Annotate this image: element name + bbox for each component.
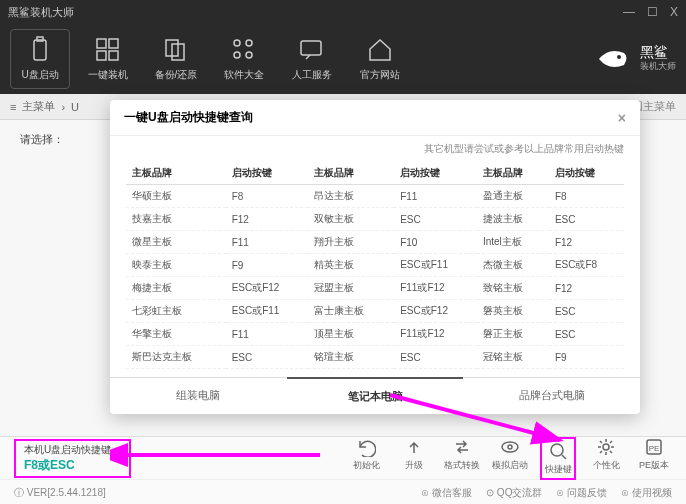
grid-icon bbox=[230, 36, 258, 64]
modal-close-button[interactable]: × bbox=[618, 110, 626, 126]
footer-tool-label: 升级 bbox=[405, 459, 423, 472]
up-icon bbox=[404, 437, 424, 457]
chat-icon bbox=[298, 36, 326, 64]
toolbar-windows[interactable]: 一键装机 bbox=[78, 29, 138, 89]
table-row: 七彩虹主板ESC或F11富士康主板ESC或F12磐英主板ESC bbox=[126, 300, 624, 323]
toolbar-chat[interactable]: 人工服务 bbox=[282, 29, 342, 89]
maximize-button[interactable]: ☐ bbox=[647, 5, 658, 19]
table-cell: F8 bbox=[226, 185, 309, 208]
table-cell: F11 bbox=[394, 185, 477, 208]
svg-point-15 bbox=[508, 445, 512, 449]
table-cell: F11或F12 bbox=[394, 323, 477, 346]
modal-title: 一键U盘启动快捷键查询 bbox=[124, 109, 253, 126]
table-cell: 技嘉主板 bbox=[126, 208, 226, 231]
toolbar-label: 官方网站 bbox=[360, 68, 400, 82]
table-header: 主板品牌 bbox=[477, 162, 549, 185]
table-cell: ESC或F11 bbox=[226, 300, 309, 323]
footer-tool-swap[interactable]: 格式转换 bbox=[444, 437, 480, 480]
footer-link[interactable]: ⊙ QQ交流群 bbox=[486, 486, 542, 500]
svg-rect-2 bbox=[97, 39, 106, 48]
hotkey-modal: 一键U盘启动快捷键查询 × 其它机型请尝试或参考以上品牌常用启动热键 主板品牌启… bbox=[110, 100, 640, 414]
toolbar-label: 备份/还原 bbox=[155, 68, 198, 82]
footer-tool-refresh[interactable]: 初始化 bbox=[348, 437, 384, 480]
svg-point-8 bbox=[234, 40, 240, 46]
table-cell: 华硕主板 bbox=[126, 185, 226, 208]
svg-rect-4 bbox=[97, 51, 106, 60]
svg-point-9 bbox=[246, 40, 252, 46]
toolbar-grid[interactable]: 软件大全 bbox=[214, 29, 274, 89]
close-button[interactable]: X bbox=[670, 5, 678, 19]
footer-link[interactable]: ⊙ 使用视频 bbox=[621, 486, 672, 500]
table-row: 华硕主板F8昂达主板F11盈通主板F8 bbox=[126, 185, 624, 208]
svg-point-13 bbox=[617, 55, 621, 59]
local-hotkey-box: 本机U盘启动快捷键： F8或ESC bbox=[14, 439, 131, 478]
windows-icon bbox=[94, 36, 122, 64]
table-cell: F12 bbox=[226, 208, 309, 231]
table-header: 启动按键 bbox=[549, 162, 624, 185]
table-cell: 双敏主板 bbox=[308, 208, 394, 231]
table-cell: F10 bbox=[394, 231, 477, 254]
modal-tab[interactable]: 笔记本电脑 bbox=[287, 377, 464, 414]
toolbar-label: 软件大全 bbox=[224, 68, 264, 82]
eye-icon bbox=[500, 437, 520, 457]
table-row: 斯巴达克主板ESC铭瑄主板ESC冠铭主板F9 bbox=[126, 346, 624, 369]
copy-icon bbox=[162, 36, 190, 64]
footer-link[interactable]: ⊙ 问题反馈 bbox=[556, 486, 607, 500]
svg-point-16 bbox=[551, 444, 563, 456]
table-row: 华擎主板F11顶星主板F11或F12磐正主板ESC bbox=[126, 323, 624, 346]
table-cell: 磐正主板 bbox=[477, 323, 549, 346]
version-text: ⓘ VER[2.5.44.1218] bbox=[14, 486, 106, 500]
swap-icon bbox=[452, 437, 472, 457]
toolbar-label: U盘启动 bbox=[21, 68, 58, 82]
svg-point-10 bbox=[234, 52, 240, 58]
svg-rect-1 bbox=[37, 37, 43, 41]
table-cell: 梅捷主板 bbox=[126, 277, 226, 300]
table-cell: 微星主板 bbox=[126, 231, 226, 254]
svg-point-11 bbox=[246, 52, 252, 58]
table-cell: F11 bbox=[226, 231, 309, 254]
toolbar-usb[interactable]: U盘启动 bbox=[10, 29, 70, 89]
footer-tool-label: 模拟启动 bbox=[492, 459, 528, 472]
table-cell: 斯巴达克主板 bbox=[126, 346, 226, 369]
table-cell: F9 bbox=[226, 254, 309, 277]
table-cell: 冠铭主板 bbox=[477, 346, 549, 369]
table-cell: 致铭主板 bbox=[477, 277, 549, 300]
table-header: 主板品牌 bbox=[308, 162, 394, 185]
svg-rect-12 bbox=[301, 41, 321, 55]
app-logo: 黑鲨装机大师 bbox=[594, 43, 676, 75]
app-title: 黑鲨装机大师 bbox=[8, 5, 623, 20]
table-row: 技嘉主板F12双敏主板ESC捷波主板ESC bbox=[126, 208, 624, 231]
table-row: 梅捷主板ESC或F12冠盟主板F11或F12致铭主板F12 bbox=[126, 277, 624, 300]
footer-tool-gear[interactable]: 个性化 bbox=[588, 437, 624, 480]
table-cell: ESC bbox=[394, 346, 477, 369]
footer-tool-up[interactable]: 升级 bbox=[396, 437, 432, 480]
svg-point-17 bbox=[603, 444, 609, 450]
footer-tool-pe[interactable]: PEPE版本 bbox=[636, 437, 672, 480]
toolbar-home[interactable]: 官方网站 bbox=[350, 29, 410, 89]
refresh-icon bbox=[356, 437, 376, 457]
hotkey-label: 本机U盘启动快捷键： bbox=[24, 443, 121, 457]
table-cell: 昂达主板 bbox=[308, 185, 394, 208]
table-header: 启动按键 bbox=[226, 162, 309, 185]
modal-tab[interactable]: 品牌台式电脑 bbox=[463, 378, 640, 414]
footer-tool-label: 个性化 bbox=[593, 459, 620, 472]
footer-tool-eye[interactable]: 模拟启动 bbox=[492, 437, 528, 480]
table-cell: ESC或F8 bbox=[549, 254, 624, 277]
table-cell: F12 bbox=[549, 277, 624, 300]
table-cell: ESC bbox=[549, 208, 624, 231]
toolbar-copy[interactable]: 备份/还原 bbox=[146, 29, 206, 89]
hotkey-table: 主板品牌启动按键主板品牌启动按键主板品牌启动按键 华硕主板F8昂达主板F11盈通… bbox=[126, 162, 624, 369]
svg-text:PE: PE bbox=[649, 444, 660, 453]
table-cell: Intel主板 bbox=[477, 231, 549, 254]
footer-link[interactable]: ⊙ 微信客服 bbox=[421, 486, 472, 500]
pe-icon: PE bbox=[644, 437, 664, 457]
table-cell: ESC bbox=[226, 346, 309, 369]
table-header: 启动按键 bbox=[394, 162, 477, 185]
footer-tool-label: 快捷键 bbox=[545, 463, 572, 476]
modal-tab[interactable]: 组装电脑 bbox=[110, 378, 287, 414]
minimize-button[interactable]: — bbox=[623, 5, 635, 19]
table-cell: 冠盟主板 bbox=[308, 277, 394, 300]
table-cell: ESC或F11 bbox=[394, 254, 477, 277]
footer-tool-search[interactable]: 快捷键 bbox=[540, 437, 576, 480]
footer-tool-label: PE版本 bbox=[639, 459, 669, 472]
